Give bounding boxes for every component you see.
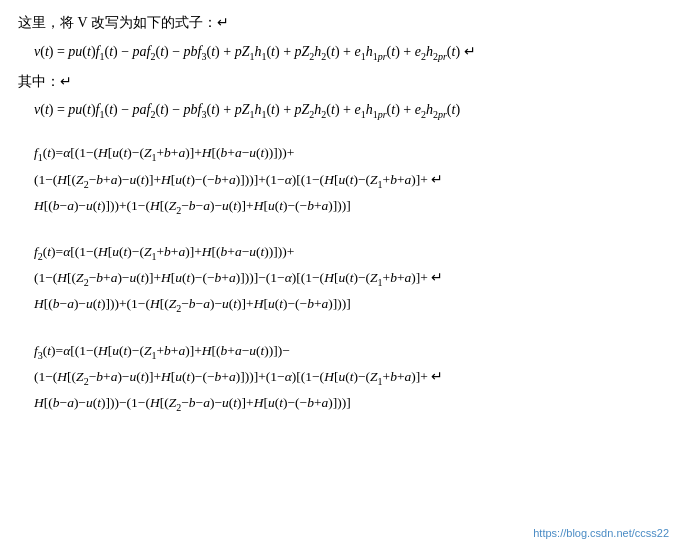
qizhong-label: 其中：↵ <box>18 71 661 93</box>
f2-line3: H[(b−a)−u(t)]))+(1−(H[(Z2−b−a)−u(t)]+H[u… <box>34 293 661 317</box>
blank-1 <box>18 126 661 136</box>
f3-section: f3(t)=α[(1−(H[u(t)−(Z1+b+a)]+H[(b+a−u(t)… <box>18 340 661 417</box>
eq1-content: v(t) = pu(t)f1(t) − paf2(t) − pbf3(t) + … <box>34 44 476 59</box>
watermark-text: https://blog.csdn.net/ccss22 <box>533 527 669 539</box>
qizhong-text: 其中：↵ <box>18 74 72 89</box>
f2-section: f2(t)=α[(1−(H[u(t)−(Z1+b+a)]+H[(b+a−u(t)… <box>18 241 661 318</box>
f1-section: f1(t)=α[(1−(H[u(t)−(Z1+b+a)]+H[(b+a−u(t)… <box>18 142 661 219</box>
equation-1: v(t) = pu(t)f1(t) − paf2(t) − pbf3(t) + … <box>34 40 661 65</box>
blank-3 <box>18 324 661 334</box>
eq2-content: v(t) = pu(t)f1(t) − paf2(t) − pbf3(t) + … <box>34 102 460 117</box>
intro-line: 这里，将 V 改写为如下的式子：↵ <box>18 12 661 34</box>
blank-2 <box>18 225 661 235</box>
f3-line3: H[(b−a)−u(t)]))−(1−(H[(Z2−b−a)−u(t)]+H[u… <box>34 392 661 416</box>
page-content: 这里，将 V 改写为如下的式子：↵ v(t) = pu(t)f1(t) − pa… <box>18 12 661 416</box>
intro-text: 这里，将 V 改写为如下的式子：↵ <box>18 15 229 30</box>
f1-line1: f1(t)=α[(1−(H[u(t)−(Z1+b+a)]+H[(b+a−u(t)… <box>34 142 661 166</box>
f3-line1: f3(t)=α[(1−(H[u(t)−(Z1+b+a)]+H[(b+a−u(t)… <box>34 340 661 364</box>
f1-line2: (1−(H[(Z2−b+a)−u(t)]+H[u(t)−(−b+a)]))]+(… <box>34 169 661 193</box>
watermark: https://blog.csdn.net/ccss22 <box>533 527 669 539</box>
equation-2: v(t) = pu(t)f1(t) − paf2(t) − pbf3(t) + … <box>34 98 661 123</box>
f2-line1: f2(t)=α[(1−(H[u(t)−(Z1+b+a)]+H[(b+a−u(t)… <box>34 241 661 265</box>
f2-line2: (1−(H[(Z2−b+a)−u(t)]+H[u(t)−(−b+a)]))]−(… <box>34 267 661 291</box>
f3-line2: (1−(H[(Z2−b+a)−u(t)]+H[u(t)−(−b+a)]))]+(… <box>34 366 661 390</box>
f1-line3: H[(b−a)−u(t)]))+(1−(H[(Z2−b−a)−u(t)]+H[u… <box>34 195 661 219</box>
